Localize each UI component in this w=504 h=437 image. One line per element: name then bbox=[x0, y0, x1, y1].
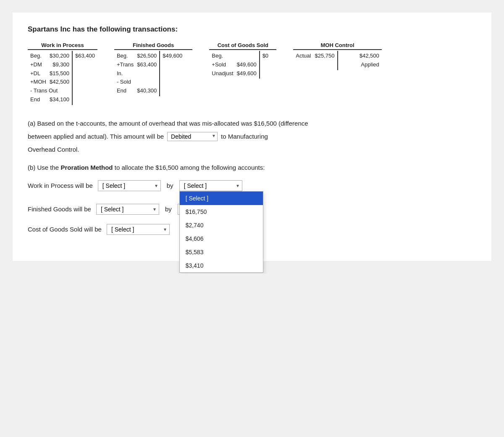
section-b-title: (b) Use the Proration Method to allocate… bbox=[28, 163, 476, 173]
fg-action-select[interactable]: [ Select ] Debited Credited bbox=[96, 204, 159, 215]
section-a-text3: to Manufacturing bbox=[221, 131, 268, 142]
fg-right-col: $49,600 bbox=[160, 51, 192, 96]
wip-amount-dropdown-list: [ Select ] $16,750 $2,740 $4,606 $5,583 … bbox=[179, 191, 263, 273]
wip-moh-val: $42,500 bbox=[50, 78, 69, 87]
cogs-account: Cost of Goods Sold Beg. +Sold $49,600 Un… bbox=[209, 42, 276, 105]
cogs-alloc-label: Cost of Goods Sold will be bbox=[28, 226, 102, 233]
moh-title: MOH Control bbox=[293, 42, 381, 50]
fg-row-trans: +Trans In. $63,400 bbox=[117, 61, 157, 78]
section-a-text4: Overhead Control. bbox=[28, 146, 79, 153]
fg-row-sold: - Sold bbox=[117, 78, 157, 87]
fg-right-row2: $49,600 bbox=[163, 52, 190, 61]
wip-dm-val: $9,300 bbox=[52, 61, 69, 69]
dropdown-item-3410[interactable]: $3,410 bbox=[180, 259, 263, 272]
cogs-row-beg: Beg. bbox=[212, 52, 256, 61]
wip-row-beg: Beg. $30,200 bbox=[30, 52, 69, 61]
cogs-action-select[interactable]: [ Select ] Debited Credited bbox=[107, 224, 170, 235]
wip-account: Work in Process Beg. $30,200 +DM $9,300 … bbox=[28, 42, 97, 105]
fg-end-label: End bbox=[117, 87, 126, 95]
wip-end-val: $34,100 bbox=[50, 95, 69, 104]
wip-row-dm: +DM $9,300 bbox=[30, 61, 69, 69]
wip-amount-dropdown-wrapper[interactable]: [ Select ] $16,750 $2,740 $4,606 $5,583 … bbox=[179, 180, 242, 191]
fg-row-beg: Beg. $26,500 bbox=[117, 52, 157, 61]
fg-account: Finished Goods Beg. $26,500 +Trans In. $… bbox=[114, 42, 192, 105]
wip-dm-label: +DM bbox=[30, 61, 42, 69]
moh-row-actual: Actual $25,750 bbox=[296, 52, 334, 61]
dropdown-item-16750[interactable]: $16,750 bbox=[180, 205, 263, 218]
cogs-row-sold: +Sold $49,600 bbox=[212, 61, 256, 69]
section-a-line3: Overhead Control. bbox=[28, 144, 476, 155]
wip-end-label: End bbox=[30, 95, 40, 104]
section-a-text2: between applied and actual). This amount… bbox=[28, 131, 164, 142]
section-a-text1: (a) Based on the t-accounts, the amount … bbox=[28, 120, 308, 127]
wip-moh-label: +MOH bbox=[30, 78, 46, 87]
cogs-right-col: $0 bbox=[260, 51, 277, 79]
fg-action-select-wrapper[interactable]: [ Select ] Debited Credited bbox=[96, 204, 159, 215]
wip-beg-val: $30,200 bbox=[50, 52, 69, 61]
wip-title: Work in Process bbox=[28, 42, 97, 50]
wip-action-select[interactable]: [ Select ] Debited Credited bbox=[98, 180, 161, 191]
page-title: Spartans Inc has the following transacti… bbox=[28, 25, 476, 34]
cogs-left-col: Beg. +Sold $49,600 Unadjust $49,600 bbox=[209, 51, 260, 79]
cogs-unadj-label: Unadjust bbox=[212, 69, 233, 78]
moh-right-col: $42,500 Applied bbox=[338, 51, 382, 70]
cogs-unadj-val: $49,600 bbox=[237, 69, 257, 78]
fg-alloc-label: Finished Goods will be bbox=[28, 205, 91, 213]
cogs-beg-label: Beg. bbox=[212, 52, 223, 61]
wip-beg-label: Beg. bbox=[30, 52, 42, 61]
cogs-right-val1: $0 bbox=[262, 52, 268, 61]
wip-dl-val: $15,500 bbox=[50, 69, 69, 78]
cogs-columns: Beg. +Sold $49,600 Unadjust $49,600 $0 bbox=[209, 51, 276, 79]
dropdown-item-4606[interactable]: $4,606 bbox=[180, 232, 263, 245]
dropdown-item-2740[interactable]: $2,740 bbox=[180, 218, 263, 232]
dropdown-item-5583[interactable]: $5,583 bbox=[180, 245, 263, 259]
wip-row-dl: +DL $15,500 bbox=[30, 69, 69, 78]
moh-account: MOH Control Actual $25,750 $42,500 Appli… bbox=[293, 42, 381, 105]
wip-left-col: Beg. $30,200 +DM $9,300 +DL $15,500 +MOH… bbox=[28, 51, 73, 105]
section-a-line1: (a) Based on the t-accounts, the amount … bbox=[28, 118, 476, 129]
cogs-sold-val: $49,600 bbox=[237, 61, 257, 69]
wip-trans-out-label: - Trans Out bbox=[30, 87, 58, 95]
section-a: (a) Based on the t-accounts, the amount … bbox=[28, 118, 476, 155]
dropdown-item-select[interactable]: [ Select ] bbox=[180, 192, 263, 205]
fg-row-end: End $40,300 bbox=[117, 87, 157, 95]
wip-row-end: End $34,100 bbox=[30, 95, 69, 104]
wip-action-select-wrapper[interactable]: [ Select ] Debited Credited bbox=[98, 180, 161, 191]
wip-amount-select[interactable]: [ Select ] $16,750 $2,740 $4,606 $5,583 … bbox=[179, 180, 242, 191]
fg-left-col: Beg. $26,500 +Trans In. $63,400 - Sold E… bbox=[114, 51, 160, 96]
section-b-bold: Proration Method bbox=[60, 164, 113, 171]
fg-end-val: $40,300 bbox=[137, 87, 157, 95]
wip-right-row3: $63,400 bbox=[75, 52, 95, 61]
cogs-sold-label: +Sold bbox=[212, 61, 226, 69]
debit-credit-select[interactable]: [ Select ] Debited Credited bbox=[167, 132, 218, 141]
debit-credit-select-wrapper[interactable]: [ Select ] Debited Credited bbox=[167, 131, 218, 142]
moh-right-row1: $42,500 Applied bbox=[341, 52, 379, 69]
cogs-right-row1: $0 bbox=[262, 52, 274, 61]
wip-right-val3: $63,400 bbox=[75, 52, 95, 61]
fg-right-val2: $49,600 bbox=[163, 52, 182, 61]
wip-alloc-label: Work in Process will be bbox=[28, 182, 93, 189]
fg-title: Finished Goods bbox=[114, 42, 192, 50]
fg-sold-label: - Sold bbox=[117, 78, 131, 87]
section-a-line2: between applied and actual). This amount… bbox=[28, 131, 476, 142]
fg-columns: Beg. $26,500 +Trans In. $63,400 - Sold E… bbox=[114, 51, 192, 96]
section-b-prefix: (b) Use the bbox=[28, 164, 60, 171]
wip-by-text: by bbox=[167, 182, 173, 189]
wip-row-moh: +MOH $42,500 bbox=[30, 78, 69, 87]
cogs-row-unadj: Unadjust $49,600 bbox=[212, 69, 256, 78]
moh-actual-label: Actual bbox=[296, 52, 311, 61]
moh-left-col: Actual $25,750 bbox=[293, 51, 338, 70]
wip-dl-label: +DL bbox=[30, 69, 40, 78]
moh-columns: Actual $25,750 $42,500 Applied bbox=[293, 51, 381, 70]
fg-beg-label: Beg. bbox=[117, 52, 128, 61]
fg-beg-val: $26,500 bbox=[137, 52, 157, 61]
wip-allocation-row: Work in Process will be [ Select ] Debit… bbox=[28, 180, 476, 191]
section-b-suffix: to allocate the $16,500 among the follow… bbox=[113, 164, 265, 171]
cogs-title: Cost of Goods Sold bbox=[209, 42, 276, 50]
cogs-action-select-wrapper[interactable]: [ Select ] Debited Credited bbox=[107, 224, 170, 235]
moh-actual-val: $25,750 bbox=[315, 52, 335, 61]
fg-trans-val: $63,400 bbox=[137, 61, 157, 78]
wip-row-trans-out: - Trans Out bbox=[30, 87, 69, 95]
wip-columns: Beg. $30,200 +DM $9,300 +DL $15,500 +MOH… bbox=[28, 51, 97, 105]
t-accounts-section: Work in Process Beg. $30,200 +DM $9,300 … bbox=[28, 42, 476, 105]
